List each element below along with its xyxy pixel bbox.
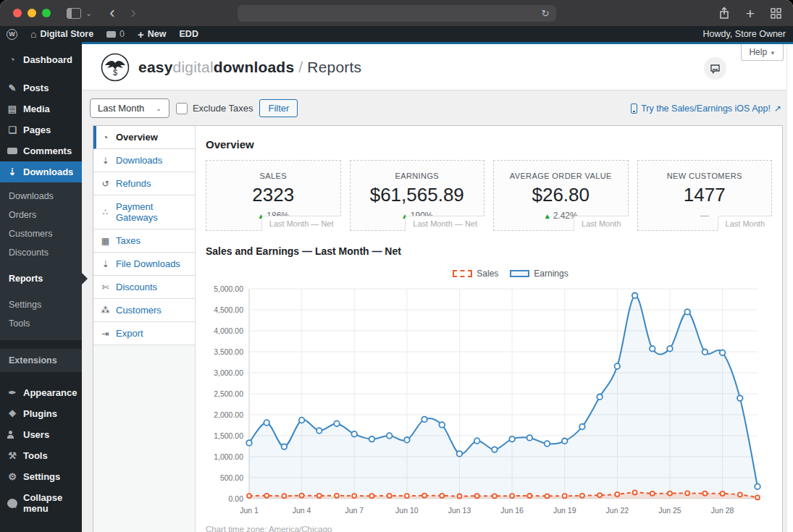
svg-text:2,500.00: 2,500.00 xyxy=(214,389,243,398)
downloads-icon: ⇣ xyxy=(7,166,17,177)
export-icon: ⇥ xyxy=(100,329,111,339)
tile-range-badge: Last Month xyxy=(718,216,772,231)
submenu-item-tools[interactable]: Tools xyxy=(0,314,82,333)
site-menu[interactable]: ⌂ Digital Store xyxy=(24,26,100,42)
delta-value: — xyxy=(700,211,709,221)
tile-value: $61,565.89 xyxy=(351,184,484,206)
comments-menu[interactable]: 0 xyxy=(100,26,131,42)
wordpress-logo-icon: W xyxy=(7,29,17,40)
tab-overview-icon[interactable] xyxy=(771,8,781,19)
sales-earnings-chart[interactable]: 0.00500.001,000.001,500.002,000.002,500.… xyxy=(206,280,772,522)
report-tab-payment-gateways[interactable]: ∴Payment Gateways xyxy=(93,195,195,229)
reload-icon[interactable]: ↻ xyxy=(542,8,550,19)
tile-range-badge: Last Month — Net xyxy=(405,216,484,231)
report-tab-refunds[interactable]: ↺Refunds xyxy=(93,172,195,195)
groups-icon: ⁂ xyxy=(100,305,111,316)
tab-label: Refunds xyxy=(116,178,151,189)
legend-item-sales[interactable]: Sales xyxy=(453,269,498,279)
report-tab-file-downloads[interactable]: ⇣File Downloads xyxy=(93,253,195,276)
submenu-item-customers[interactable]: Customers xyxy=(0,224,82,243)
submenu-item-settings[interactable]: Settings xyxy=(0,295,82,314)
sidebar-item-extensions[interactable]: Extensions xyxy=(0,349,82,372)
date-range-select[interactable]: Last Month ⌄ xyxy=(90,98,169,118)
svg-text:500.00: 500.00 xyxy=(220,473,243,482)
browser-sidebar-toggle-icon[interactable] xyxy=(67,8,81,19)
scrollbar[interactable] xyxy=(786,44,793,532)
tile-range-badge: Last Month xyxy=(574,216,628,231)
overview-heading: Overview xyxy=(206,138,772,151)
howdy-account-menu[interactable]: Howdy, Store Owner xyxy=(703,29,793,39)
phone-icon xyxy=(631,104,637,114)
submenu-item-reports[interactable]: Reports xyxy=(0,269,82,288)
ios-app-link[interactable]: Try the Sales/Earnings iOS App! ↗ xyxy=(631,104,781,114)
sidebar-item-media[interactable]: ▤Media xyxy=(0,98,82,119)
sidebar-item-label: Users xyxy=(23,429,49,440)
sidebar-item-posts[interactable]: ✎Posts xyxy=(0,77,82,98)
svg-text:Jun 25: Jun 25 xyxy=(658,506,681,515)
minimize-window-button[interactable] xyxy=(28,9,36,17)
exclude-taxes-label: Exclude Taxes xyxy=(193,103,253,114)
wp-logo-menu[interactable]: W xyxy=(0,26,24,42)
plugins-icon: ❖ xyxy=(7,408,17,419)
submenu-item-downloads[interactable]: Downloads xyxy=(0,187,82,206)
report-tab-customers[interactable]: ⁂Customers xyxy=(93,299,195,322)
back-button[interactable]: ‹ xyxy=(109,5,114,21)
sidebar-item-users[interactable]: Users xyxy=(0,424,82,445)
svg-text:5,000.00: 5,000.00 xyxy=(214,284,243,293)
chat-icon xyxy=(710,64,721,74)
collapse-arrow-icon: ◀ xyxy=(7,499,17,508)
chevron-down-icon[interactable]: ⌄ xyxy=(85,9,92,18)
edd-admin-menu[interactable]: EDD xyxy=(173,26,205,42)
report-tab-export[interactable]: ⇥Export xyxy=(93,322,195,345)
sidebar-item-plugins[interactable]: ❖Plugins xyxy=(0,403,82,424)
report-tab-taxes[interactable]: ▦Taxes xyxy=(93,229,195,253)
wp-admin-bar: W ⌂ Digital Store 0 + New EDD Howdy, Sto… xyxy=(0,26,793,42)
report-tab-downloads[interactable]: ⇣Downloads xyxy=(93,149,195,172)
tile-value: $26.80 xyxy=(494,184,628,206)
address-bar[interactable]: ↻ xyxy=(238,5,556,22)
chevron-down-icon: ⌄ xyxy=(156,105,161,112)
legend-item-earnings[interactable]: Earnings xyxy=(510,269,568,279)
share-icon[interactable] xyxy=(718,7,730,20)
tab-label: Payment Gateways xyxy=(116,201,188,223)
forward-button[interactable]: › xyxy=(131,5,136,21)
downloads-submenu: DownloadsOrdersCustomersDiscountsReports… xyxy=(0,182,82,340)
sidebar-item-label: Plugins xyxy=(23,408,57,419)
chart-legend: SalesEarnings xyxy=(249,269,772,279)
sidebar-item-settings[interactable]: ⚙Settings xyxy=(0,466,82,487)
close-window-button[interactable] xyxy=(13,9,22,17)
submenu-item-discounts[interactable]: Discounts xyxy=(0,243,82,262)
sidebar-item-appearance[interactable]: ✒Appearance xyxy=(0,382,82,403)
tile-label: EARNINGS xyxy=(351,172,484,180)
report-tab-overview[interactable]: ◔Overview xyxy=(93,126,195,149)
sidebar-item-downloads[interactable]: ⇣Downloads xyxy=(0,161,82,182)
sidebar-item-pages[interactable]: ❏Pages xyxy=(0,119,82,140)
help-dropdown-button[interactable]: Help▼ xyxy=(741,44,784,61)
sidebar-item-label: Pages xyxy=(23,124,51,135)
browser-window: ⌄ ‹ › ↻ + W ⌂ Digital Store xyxy=(0,0,793,532)
brand-easy: easy xyxy=(138,59,173,75)
media-icon: ▤ xyxy=(7,104,17,114)
new-content-menu[interactable]: + New xyxy=(131,26,172,42)
filter-button[interactable]: Filter xyxy=(259,99,298,117)
sidebar-item-dashboard[interactable]: ◔Dashboard xyxy=(0,49,82,70)
sidebar-item-collapse-menu[interactable]: ◀Collapse menu xyxy=(0,487,82,519)
undo-icon: ↺ xyxy=(100,179,111,189)
sidebar-item-tools[interactable]: ⚒Tools xyxy=(0,445,82,466)
new-tab-button[interactable]: + xyxy=(746,6,755,21)
plus-icon: + xyxy=(138,29,144,40)
report-tab-discounts[interactable]: ✄Discounts xyxy=(93,276,195,299)
zoom-window-button[interactable] xyxy=(42,9,51,17)
trend-up-icon: ▲ xyxy=(544,212,551,220)
dashboard-icon: ◔ xyxy=(7,54,17,65)
exclude-taxes-checkbox[interactable] xyxy=(176,103,188,114)
tile-value: 1477 xyxy=(638,184,772,206)
svg-text:3,000.00: 3,000.00 xyxy=(214,368,243,377)
sidebar-item-label: Tools xyxy=(23,450,48,461)
sidebar-item-comments[interactable]: Comments xyxy=(0,140,82,161)
tile-label: AVERAGE ORDER VALUE xyxy=(494,172,628,180)
sidebar-item-label: Appearance xyxy=(23,387,77,398)
feedback-chat-button[interactable] xyxy=(704,57,726,80)
tab-label: Taxes xyxy=(116,235,140,246)
submenu-item-orders[interactable]: Orders xyxy=(0,206,82,224)
